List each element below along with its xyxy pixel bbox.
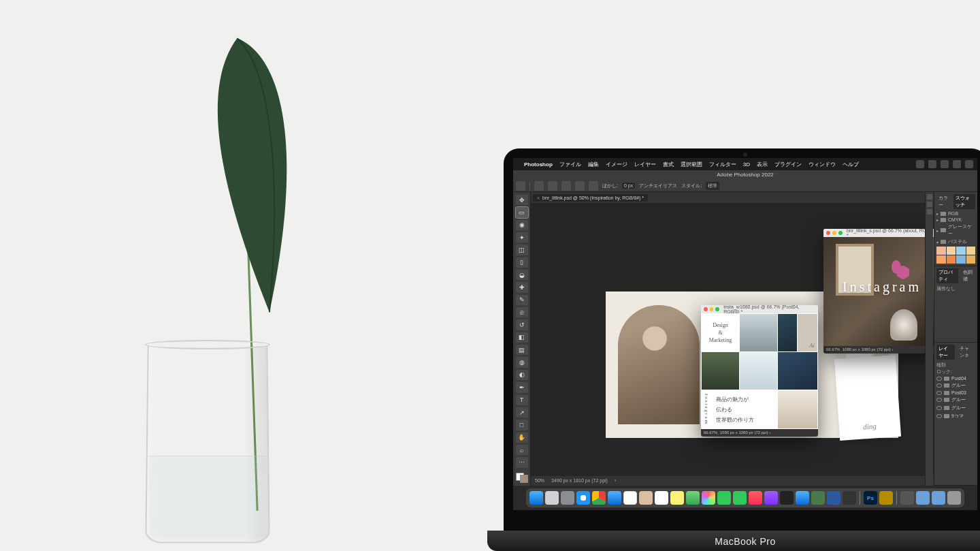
tool-type[interactable]: T: [516, 395, 528, 405]
tool-preset-icon[interactable]: [534, 181, 544, 191]
layer-lock[interactable]: ロック:: [936, 368, 975, 375]
menu-type[interactable]: 書式: [663, 161, 674, 168]
dock-messages-icon[interactable]: [717, 491, 731, 505]
zoom-level[interactable]: 50%: [535, 476, 544, 486]
tool-marquee[interactable]: ▭: [516, 207, 528, 217]
canvas-collage[interactable]: Design & Marketing Ai Instagra: [701, 313, 818, 429]
tool-hand[interactable]: ✋: [516, 432, 528, 443]
menu-layer[interactable]: レイヤー: [634, 161, 656, 168]
layer-row[interactable]: Post03: [936, 390, 975, 396]
mac-dock[interactable]: Ps: [526, 488, 964, 507]
menu-window[interactable]: ウィンドウ: [808, 161, 836, 168]
panel-tab-layers[interactable]: レイヤー: [936, 345, 955, 360]
menu-help[interactable]: ヘルプ: [843, 161, 859, 168]
home-icon[interactable]: [516, 181, 525, 191]
tool-wand[interactable]: ✦: [516, 232, 528, 242]
panel-layers[interactable]: レイヤー チャンネ 種類 ロック: Post04 グルー Post03 グルー …: [934, 343, 977, 486]
dock-settings-icon[interactable]: [561, 491, 574, 505]
folder-icon[interactable]: [941, 212, 946, 216]
folder-icon[interactable]: [941, 240, 946, 244]
mac-menu-bar[interactable]: Photoshop ファイル 編集 イメージ レイヤー 書式 選択範囲 フィルタ…: [513, 158, 977, 170]
tool-path[interactable]: ↗: [516, 407, 528, 418]
panel-tab-adjust[interactable]: 色調補: [961, 268, 975, 283]
tool-zoom[interactable]: ⌕: [516, 445, 528, 455]
minimize-icon[interactable]: [832, 231, 836, 235]
visibility-icon[interactable]: [936, 406, 942, 410]
swatch[interactable]: [956, 255, 966, 264]
close-icon[interactable]: ×: [537, 195, 540, 200]
menu-plugin[interactable]: プラグイン: [774, 161, 802, 168]
marquee-ellipse-icon[interactable]: [561, 181, 571, 191]
panel-icon[interactable]: [927, 194, 932, 200]
panels-column[interactable]: カラー スウォッチ ▸RGB ▸CMYK ▸グレースケー ▾パステル: [934, 192, 977, 486]
menu-bar-right[interactable]: [916, 160, 973, 168]
menu-edit[interactable]: 編集: [588, 161, 599, 168]
dock-trash-icon[interactable]: [947, 491, 961, 505]
menu-file[interactable]: ファイル: [559, 161, 581, 168]
swatch[interactable]: [947, 255, 956, 264]
close-icon[interactable]: [826, 231, 830, 235]
tool-heal[interactable]: ✚: [516, 282, 528, 292]
color-swatches-fgbg[interactable]: [516, 473, 528, 483]
dock-podcasts-icon[interactable]: [764, 491, 778, 505]
visibility-icon[interactable]: [936, 383, 942, 388]
menu-image[interactable]: イメージ: [606, 161, 627, 168]
dock-finder-icon[interactable]: [529, 491, 543, 505]
tool-stamp[interactable]: ⎚: [516, 307, 528, 317]
tool-crop[interactable]: ◫: [516, 245, 528, 255]
marquee-col-icon[interactable]: [589, 181, 598, 191]
tool-rect[interactable]: □: [516, 420, 528, 430]
layer-row[interactable]: グルー: [936, 381, 975, 390]
style-select[interactable]: 標準: [706, 182, 719, 190]
menu-select[interactable]: 選択範囲: [681, 161, 702, 168]
folder-icon[interactable]: [941, 218, 946, 222]
dock-chrome-icon[interactable]: [592, 491, 606, 505]
visibility-icon[interactable]: [936, 398, 942, 402]
layer-row[interactable]: グルー: [936, 404, 975, 412]
dock-photoshop-icon[interactable]: Ps: [864, 491, 877, 505]
menu-3d[interactable]: 3D: [743, 161, 750, 168]
dock-contacts-icon[interactable]: [639, 491, 653, 505]
panel-properties[interactable]: プロパティ 色調補 属性なし: [934, 266, 977, 343]
swatch[interactable]: [936, 255, 946, 264]
panel-icon[interactable]: [927, 209, 932, 215]
swatch[interactable]: [966, 247, 976, 255]
tool-frame[interactable]: ▯: [516, 257, 528, 268]
options-bar[interactable]: ぼかし: 0 px アンチエイリアス スタイル: 標準: [513, 180, 977, 192]
dock-app-icon[interactable]: [879, 491, 893, 505]
collapsed-panel-dock[interactable]: [925, 192, 933, 486]
zoom-icon[interactable]: [838, 231, 843, 235]
swatch-group[interactable]: グレースケー: [948, 223, 975, 237]
swatch[interactable]: [956, 247, 966, 255]
layer-row[interactable]: Post04: [936, 375, 975, 381]
swatch[interactable]: [966, 255, 976, 264]
dock-safari-icon[interactable]: [576, 491, 590, 505]
panel-tab-swatches[interactable]: スウォッチ: [953, 194, 975, 209]
folder-icon[interactable]: [941, 228, 946, 232]
canvas-instagram[interactable]: Instagram: [823, 237, 934, 346]
dock-maps-icon[interactable]: [686, 491, 700, 505]
document-tab-bar[interactable]: × bnr_litlink.psd @ 50% (Inspiration by,…: [531, 192, 934, 203]
feather-input[interactable]: 0 px: [622, 183, 635, 189]
dock-launchpad-icon[interactable]: [545, 491, 559, 505]
layer-row[interactable]: グルー: [936, 396, 975, 404]
dock-music-icon[interactable]: [749, 491, 762, 505]
tool-history-brush[interactable]: ↺: [516, 319, 528, 330]
document-tab-main[interactable]: × bnr_litlink.psd @ 50% (Inspiration by,…: [533, 194, 648, 202]
dock-folder-icon[interactable]: [916, 491, 930, 505]
dock-tv-icon[interactable]: [780, 491, 794, 505]
tool-eyedrop[interactable]: ◒: [516, 270, 528, 280]
app-name[interactable]: Photoshop: [524, 161, 553, 168]
dock-photos-icon[interactable]: [702, 491, 715, 505]
swatch-grid[interactable]: [936, 247, 975, 264]
toolbar[interactable]: ✥ ▭ ◉ ✦ ◫ ▯ ◒ ✚ ✎ ⎚ ↺ ◧ ▤ ◍ ◐ ✒ T: [513, 192, 531, 486]
dock-app-icon[interactable]: [827, 491, 840, 505]
tool-lasso[interactable]: ◉: [516, 220, 528, 230]
swatch[interactable]: [936, 247, 946, 255]
panel-tab-color[interactable]: カラー: [936, 194, 951, 209]
panel-icon[interactable]: [927, 202, 932, 207]
visibility-icon[interactable]: [936, 377, 942, 381]
panel-color-swatches[interactable]: カラー スウォッチ ▸RGB ▸CMYK ▸グレースケー ▾パステル: [934, 192, 977, 266]
menu-view[interactable]: 表示: [757, 161, 768, 168]
layer-kind[interactable]: 種類: [936, 362, 975, 368]
